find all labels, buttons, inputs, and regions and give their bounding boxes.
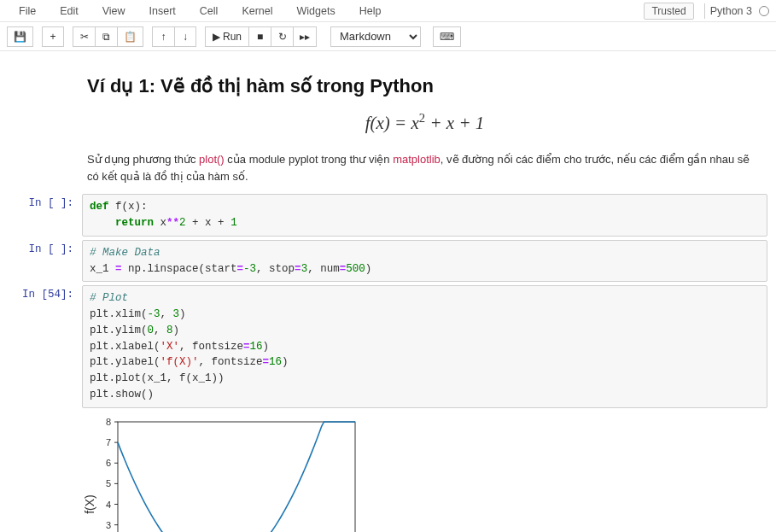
arrow-down-icon: ↓ xyxy=(183,32,188,42)
code-cell[interactable]: In [54]: # Plot plt.xlim(-3, 3) plt.ylim… xyxy=(9,285,767,407)
code-input[interactable]: # Make Data x_1 = np.linspace(start=-3, … xyxy=(82,240,767,283)
cut-icon: ✂ xyxy=(80,32,89,42)
restart-icon: ↻ xyxy=(278,32,287,42)
svg-text:7: 7 xyxy=(106,437,111,447)
keyboard-icon: ⌨ xyxy=(440,32,454,42)
save-icon: 💾 xyxy=(14,32,26,42)
menu-file[interactable]: File xyxy=(7,3,48,20)
heading: Ví dụ 1: Vẽ đồ thị hàm số trong Python xyxy=(87,75,762,97)
move-down-button[interactable]: ↓ xyxy=(174,26,196,47)
fast-forward-icon: ▸▸ xyxy=(300,32,310,42)
menu-view[interactable]: View xyxy=(90,3,137,20)
cell-prompt xyxy=(9,67,82,190)
run-button[interactable]: ▶ Run xyxy=(205,26,248,47)
cell-type-select[interactable]: Markdown xyxy=(330,26,421,47)
cell-output: 012345678-3-2-10123f(X) xyxy=(82,412,767,532)
paste-button[interactable]: 📋 xyxy=(117,26,143,47)
command-palette-button[interactable]: ⌨ xyxy=(433,26,461,47)
markdown-cell[interactable]: Ví dụ 1: Vẽ đồ thị hàm số trong Python f… xyxy=(9,67,767,190)
save-button[interactable]: 💾 xyxy=(7,26,33,47)
svg-text:f(X): f(X) xyxy=(83,494,96,514)
code-input[interactable]: def f(x): return x**2 + x + 1 xyxy=(82,194,767,237)
cell-prompt: In [ ]: xyxy=(9,240,82,283)
cell-prompt: In [ ]: xyxy=(9,194,82,237)
cell-prompt: In [54]: xyxy=(9,285,82,407)
menubar: File Edit View Insert Cell Kernel Widget… xyxy=(0,0,776,22)
menu-edit[interactable]: Edit xyxy=(48,3,90,20)
menu-insert[interactable]: Insert xyxy=(137,3,188,20)
code-cell[interactable]: In [ ]: # Make Data x_1 = np.linspace(st… xyxy=(9,240,767,283)
kernel-name[interactable]: Python 3 xyxy=(704,3,757,19)
restart-run-all-button[interactable]: ▸▸ xyxy=(293,26,317,47)
run-label: Run xyxy=(223,31,242,43)
code-input[interactable]: # Plot plt.xlim(-3, 3) plt.ylim(0, 8) pl… xyxy=(82,285,767,407)
menu-kernel[interactable]: Kernel xyxy=(230,3,284,20)
paste-icon: 📋 xyxy=(124,32,137,42)
interrupt-button[interactable]: ■ xyxy=(248,26,271,47)
cut-button[interactable]: ✂ xyxy=(73,26,95,47)
svg-text:3: 3 xyxy=(106,519,111,529)
svg-text:8: 8 xyxy=(106,417,111,427)
plot-figure: 012345678-3-2-10123f(X) xyxy=(82,417,364,532)
copy-icon: ⧉ xyxy=(102,32,110,42)
paragraph: Sử dụng phương thức plot() của module py… xyxy=(87,151,762,185)
plus-icon: + xyxy=(50,32,55,42)
move-up-button[interactable]: ↑ xyxy=(152,26,174,47)
restart-button[interactable]: ↻ xyxy=(271,26,293,47)
menu-cell[interactable]: Cell xyxy=(188,3,230,20)
copy-button[interactable]: ⧉ xyxy=(95,26,117,47)
svg-rect-0 xyxy=(118,422,355,532)
insert-cell-below-button[interactable]: + xyxy=(42,26,64,47)
code-cell[interactable]: In [ ]: def f(x): return x**2 + x + 1 xyxy=(9,194,767,237)
svg-text:5: 5 xyxy=(106,478,111,488)
stop-icon: ■ xyxy=(257,32,263,42)
menu-help[interactable]: Help xyxy=(347,3,394,20)
markdown-content: Ví dụ 1: Vẽ đồ thị hàm số trong Python f… xyxy=(82,67,767,190)
arrow-up-icon: ↑ xyxy=(161,32,166,42)
trusted-indicator[interactable]: Trusted xyxy=(644,3,693,20)
notebook: Ví dụ 1: Vẽ đồ thị hàm số trong Python f… xyxy=(0,51,776,532)
svg-text:6: 6 xyxy=(106,458,111,468)
toolbar: 💾 + ✂ ⧉ 📋 ↑ ↓ ▶ Run ■ ↻ ▸▸ Markdown ⌨ xyxy=(0,22,776,51)
kernel-status-icon xyxy=(759,6,769,16)
play-icon: ▶ xyxy=(213,32,220,42)
menu-widgets[interactable]: Widgets xyxy=(285,3,347,20)
svg-text:4: 4 xyxy=(106,499,111,509)
equation: f(x) = x2 + x + 1 xyxy=(87,111,762,134)
